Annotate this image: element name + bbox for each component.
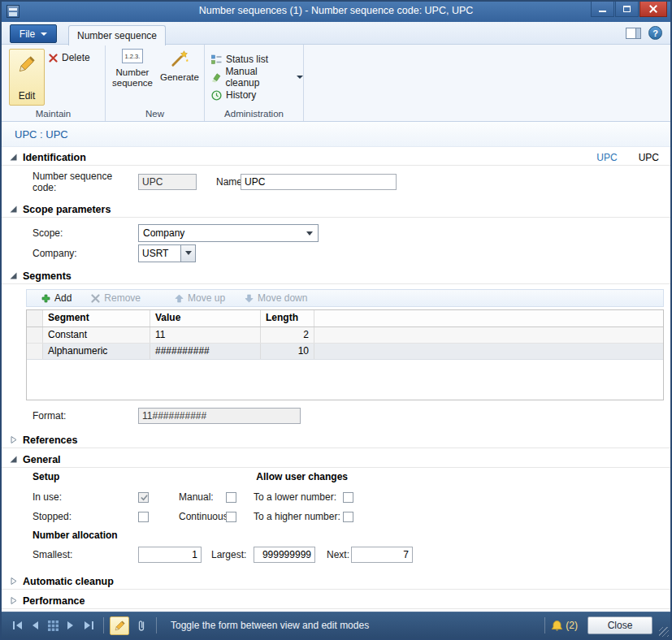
- row-selector-header: [27, 310, 43, 326]
- minimize-icon: [599, 11, 606, 12]
- resize-grip[interactable]: [659, 627, 669, 637]
- cell-segment[interactable]: Constant: [43, 327, 150, 343]
- cell-value[interactable]: 11: [150, 327, 261, 343]
- section-title-identification: Identification: [23, 152, 86, 163]
- window-title: Number sequences (1) - Number sequence c…: [2, 5, 670, 16]
- add-segment-button[interactable]: Add: [41, 292, 72, 304]
- format-row: Format:: [33, 408, 670, 424]
- section-header-references[interactable]: References: [2, 432, 670, 448]
- smallest-label: Smallest:: [33, 549, 138, 560]
- stopped-checkbox[interactable]: [138, 512, 149, 522]
- lower-number-checkbox[interactable]: [343, 492, 353, 503]
- number-sequence-button-label: Number sequence: [111, 67, 154, 89]
- history-button[interactable]: History: [211, 88, 256, 102]
- row-selector[interactable]: [27, 344, 43, 359]
- column-header-length[interactable]: Length: [261, 310, 314, 326]
- scope-dropdown[interactable]: Company: [138, 224, 319, 242]
- segments-grid-header: Segment Value Length: [27, 310, 663, 327]
- segments-grid: Segment Value Length Constant 11 2 Alpha…: [26, 309, 664, 400]
- last-record-button[interactable]: [80, 616, 98, 634]
- edit-button[interactable]: Edit: [9, 49, 45, 106]
- manual-checkbox[interactable]: [226, 492, 236, 503]
- table-row[interactable]: Constant 11 2: [27, 327, 663, 344]
- file-menu-label: File: [20, 28, 35, 40]
- row-selector[interactable]: [27, 327, 43, 343]
- move-down-label: Move down: [258, 292, 307, 304]
- section-header-scope-parameters[interactable]: Scope parameters: [2, 201, 670, 218]
- move-up-arrow-icon: [175, 294, 184, 303]
- manual-cleanup-icon: [211, 72, 221, 83]
- title-bar: Number sequences (1) - Number sequence c…: [2, 2, 670, 22]
- chevron-down-icon: [41, 32, 47, 36]
- chevron-down-icon: [297, 76, 303, 79]
- next-field[interactable]: [351, 547, 413, 563]
- edit-pencil-icon: [114, 620, 126, 632]
- segments-toolbar: Add Remove Move up: [26, 289, 664, 307]
- next-record-button[interactable]: [62, 616, 80, 634]
- group-label-new: New: [106, 109, 204, 119]
- higher-number-checkbox[interactable]: [343, 512, 353, 522]
- chevron-down-icon: [185, 251, 192, 255]
- remove-x-icon: [91, 294, 100, 303]
- status-list-button[interactable]: Status list: [211, 52, 268, 67]
- company-combo: [138, 244, 196, 262]
- file-menu-button[interactable]: File: [10, 24, 57, 43]
- chevron-down-icon: [306, 231, 313, 236]
- company-field[interactable]: [138, 244, 180, 262]
- in-use-label: In use:: [33, 491, 138, 503]
- tab-number-sequence[interactable]: Number sequence: [68, 25, 166, 45]
- scope-field-label: Scope:: [33, 227, 138, 239]
- add-plus-icon: [41, 294, 50, 303]
- maximize-icon: [623, 6, 631, 12]
- scope-dropdown-value: Company: [143, 227, 184, 239]
- first-record-button[interactable]: [8, 616, 26, 634]
- section-title-automatic-cleanup: Automatic cleanup: [23, 576, 114, 587]
- group-label-administration: Administration: [205, 109, 303, 119]
- remove-label: Remove: [104, 292, 141, 304]
- largest-label: Largest:: [211, 549, 254, 560]
- section-header-automatic-cleanup[interactable]: Automatic cleanup: [2, 573, 670, 590]
- generate-wand-icon: [170, 49, 189, 68]
- generate-button[interactable]: Generate: [158, 49, 202, 83]
- grid-view-button[interactable]: [44, 616, 62, 634]
- help-glyph: ?: [652, 28, 658, 38]
- layout-panel-icon[interactable]: [626, 28, 641, 39]
- history-clock-icon: [211, 90, 222, 101]
- section-header-performance[interactable]: Performance: [2, 593, 670, 609]
- delete-button[interactable]: Delete: [49, 50, 90, 65]
- notification-count: (2): [566, 620, 578, 631]
- maximize-button[interactable]: [615, 2, 639, 17]
- previous-record-button[interactable]: [26, 616, 44, 634]
- close-window-button[interactable]: [639, 2, 667, 17]
- smallest-field[interactable]: [138, 547, 202, 563]
- grid-view-icon: [48, 621, 59, 631]
- cell-value[interactable]: ##########: [150, 344, 261, 359]
- section-expanded-icon: [10, 154, 17, 161]
- cell-length[interactable]: 2: [261, 327, 314, 343]
- close-button[interactable]: Close: [587, 616, 652, 634]
- remove-segment-button: Remove: [91, 292, 141, 304]
- cell-segment[interactable]: Alphanumeric: [43, 344, 150, 359]
- section-header-general[interactable]: General: [2, 452, 670, 468]
- table-row[interactable]: Alphanumeric ########## 10: [27, 344, 663, 360]
- group-label-maintain: Maintain: [2, 109, 105, 119]
- cell-length[interactable]: 10: [261, 344, 314, 359]
- toggle-edit-mode-button[interactable]: [110, 616, 129, 635]
- section-header-identification[interactable]: Identification UPC UPC: [2, 149, 670, 166]
- section-header-segments[interactable]: Segments: [2, 268, 670, 284]
- largest-field[interactable]: [254, 547, 315, 563]
- notifications-button[interactable]: (2): [551, 620, 578, 632]
- company-dropdown-button[interactable]: [180, 244, 196, 262]
- move-up-label: Move up: [188, 292, 225, 304]
- continuous-checkbox[interactable]: [226, 512, 236, 522]
- column-header-segment[interactable]: Segment: [43, 310, 150, 326]
- number-sequence-button[interactable]: 1.2.3. Number sequence: [111, 49, 154, 89]
- record-header-bar: UPC : UPC: [2, 122, 670, 147]
- name-field[interactable]: [241, 174, 397, 190]
- help-icon[interactable]: ?: [648, 26, 662, 40]
- manual-cleanup-button[interactable]: Manual cleanup: [211, 70, 303, 84]
- ribbon-group-new: 1.2.3. Number sequence Generate New: [106, 45, 205, 121]
- attachments-button[interactable]: [132, 616, 150, 635]
- column-header-value[interactable]: Value: [150, 310, 261, 326]
- minimize-button[interactable]: [591, 2, 614, 17]
